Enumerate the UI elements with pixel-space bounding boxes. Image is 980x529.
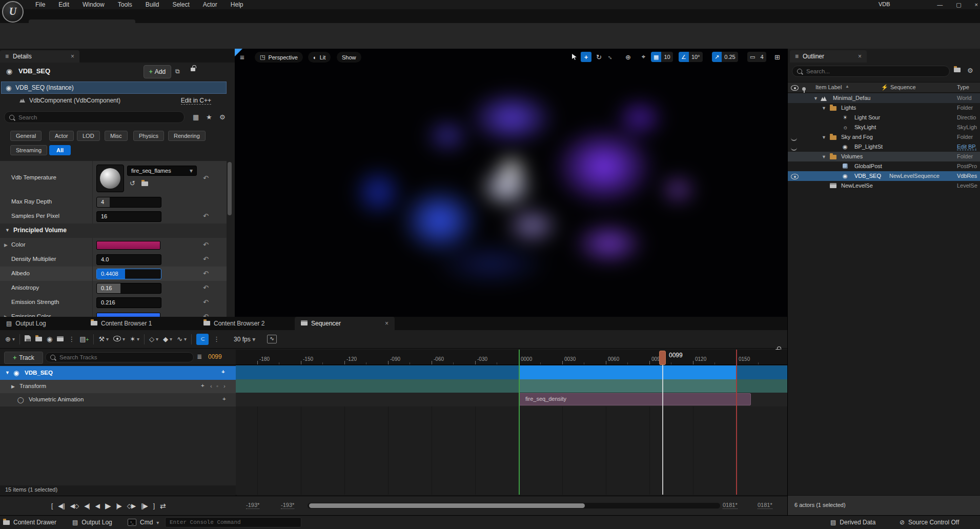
timeline-ruler[interactable]: -180 -150 -120 -090 -060 -030 0000 0030 …	[236, 350, 787, 365]
expand-icon[interactable]: ▶	[4, 242, 8, 248]
view-range-end[interactable]: 0181*	[758, 502, 772, 509]
track-row-volumetric-animation[interactable]: ◯ Volumetric Animation +	[0, 393, 236, 406]
track-row-vdb-seq[interactable]: ▼ ◉ VDB_SEQ +	[0, 366, 236, 380]
cmd-dropdown[interactable]: ›_ Cmd ▾	[128, 516, 159, 529]
blueprint-convert-icon[interactable]: ⧉	[175, 68, 180, 75]
reset-icon[interactable]: ↶	[203, 313, 209, 317]
close-icon[interactable]: ×	[385, 320, 389, 327]
asset-thumbnail[interactable]	[96, 165, 124, 192]
details-scrollbar[interactable]	[228, 162, 232, 215]
tab-content-browser-2[interactable]: Content Browser 2	[197, 317, 271, 330]
outliner-row-volumes[interactable]: ▼ Volumes Folder	[788, 152, 980, 161]
menu-edit[interactable]: Edit	[52, 1, 76, 8]
render-movie-icon[interactable]	[57, 335, 64, 343]
filter-lod[interactable]: LOD	[77, 131, 100, 141]
filter-misc[interactable]: Misc	[105, 131, 128, 141]
outliner-row-lightsource[interactable]: ☀ Light Sour Directio	[788, 113, 980, 123]
keyframe-options-icon[interactable]: ◇	[149, 335, 154, 343]
grid-snap-control[interactable]: ▦ 10	[651, 52, 673, 62]
filter-physics[interactable]: Physics	[133, 131, 164, 141]
edit-in-cpp-link[interactable]: Edit in C++	[181, 97, 211, 105]
minimize-button[interactable]: —	[937, 2, 943, 8]
albedo-slider[interactable]: 0.4408	[96, 269, 161, 279]
source-control-button[interactable]: ⊘ Source Control Off	[900, 516, 959, 529]
prev-key-icon[interactable]: ‹	[210, 383, 212, 389]
details-search-input[interactable]	[17, 114, 164, 121]
set-playback-end-button[interactable]: ]	[153, 502, 154, 510]
timeline-row-volumetric[interactable]: fire_seq_density	[236, 393, 787, 406]
use-selected-icon[interactable]: ↺	[130, 179, 135, 187]
eye-closed-icon[interactable]	[791, 146, 797, 152]
dots-icon[interactable]: ⋮	[68, 335, 75, 343]
scale-snap-control[interactable]: ↗ 0.25	[712, 52, 738, 62]
outliner-row-newlevelsequence[interactable]: NewLevelSe LevelSe	[788, 181, 980, 191]
tools-wrench-icon[interactable]: ⚒	[98, 335, 105, 343]
browse-to-asset-icon[interactable]	[141, 180, 148, 188]
reset-icon[interactable]: ↶	[203, 212, 209, 220]
tab-content-browser-1[interactable]: Content Browser 1	[85, 317, 158, 330]
loop-toggle-button[interactable]: ⇄	[160, 502, 166, 510]
settings-gear-icon[interactable]: ⚙	[219, 113, 226, 121]
next-key-button[interactable]: ◇▶	[127, 502, 135, 510]
track-search-input[interactable]	[58, 354, 178, 361]
timeline-scrollbar[interactable]	[308, 503, 720, 508]
next-frame-button[interactable]: |▶	[116, 502, 121, 510]
set-playback-start-button[interactable]: [	[51, 502, 52, 510]
playback-start-line[interactable]	[519, 350, 520, 495]
reset-icon[interactable]: ↶	[203, 270, 209, 277]
reset-icon[interactable]: ↶	[203, 284, 209, 292]
camera-speed-control[interactable]: ▭ 4	[747, 52, 766, 62]
curve-editor-icon[interactable]: ∿	[267, 335, 277, 343]
section-principled-volume[interactable]: ▼ Principled Volume	[0, 223, 227, 238]
eye-open-icon[interactable]	[791, 174, 799, 180]
current-frame-field[interactable]: 0099	[208, 353, 222, 360]
playback-end-line[interactable]	[736, 350, 737, 495]
outliner-row-sky-and-fog[interactable]: ▼ Sky and Fog Folder	[788, 132, 980, 142]
filter-icon[interactable]: ≣	[197, 353, 202, 360]
tab-outliner[interactable]: ≡ Outliner ×	[790, 50, 867, 63]
favorites-icon[interactable]: ★	[206, 113, 212, 121]
output-log-button[interactable]: ▤ Output Log	[72, 516, 112, 529]
reset-icon[interactable]: ↶	[203, 298, 209, 306]
samples-per-pixel-input[interactable]: 16	[96, 211, 161, 222]
jump-to-start-button[interactable]: ◀||	[58, 502, 64, 510]
column-item-label[interactable]: Item Label	[815, 84, 842, 90]
playback-options-icon[interactable]: ✶	[130, 335, 135, 343]
next-key-icon[interactable]: ›	[223, 383, 226, 389]
world-icon[interactable]: ⊕	[5, 335, 11, 343]
view-range-start[interactable]: -193*	[246, 502, 259, 509]
scale-tool[interactable]: ⇔	[603, 50, 618, 65]
curve-options-icon[interactable]: ∿	[177, 335, 182, 343]
asset-dropdown[interactable]: fire_seq_flames ▾	[127, 166, 197, 176]
outliner-settings-icon[interactable]: ⚙	[967, 67, 973, 74]
surface-snap-toggle[interactable]: ⌖	[638, 52, 649, 62]
play-reverse-button[interactable]: ◀	[95, 502, 99, 510]
close-button[interactable]: ×	[975, 2, 978, 8]
working-range-end[interactable]: 0181*	[723, 502, 738, 509]
timeline-row-transform[interactable]	[236, 379, 787, 393]
rotate-tool[interactable]: ↻	[594, 52, 604, 62]
browse-icon[interactable]	[35, 335, 42, 343]
tab-details[interactable]: ≡ Details ×	[0, 50, 79, 63]
menu-actor[interactable]: Actor	[196, 1, 224, 8]
console-command-input[interactable]: Enter Console Command	[165, 517, 301, 527]
outliner-row-lights[interactable]: ▼ Lights Folder	[788, 103, 980, 113]
timeline-row-vdb-seq[interactable]	[236, 365, 787, 379]
working-range-start[interactable]: -193*	[281, 502, 294, 509]
tab-sequencer[interactable]: Sequencer ×	[295, 317, 395, 330]
edit-bp-link[interactable]: Edit BP.	[957, 144, 976, 150]
reset-icon[interactable]: ↶	[203, 255, 209, 263]
section-fire-seq-density[interactable]: fire_seq_density	[519, 393, 751, 405]
details-search[interactable]	[4, 111, 185, 123]
column-type[interactable]: Type	[957, 84, 969, 90]
eye-closed-icon[interactable]	[791, 136, 797, 142]
component-row-vdbcomponent[interactable]: VdbComponent (VdbComponent) Edit in C++	[1, 94, 227, 107]
playhead-marker[interactable]	[659, 351, 666, 365]
outliner-search-input[interactable]	[805, 68, 933, 75]
camera-icon[interactable]: ◉	[47, 335, 52, 343]
new-folder-icon[interactable]	[954, 67, 961, 74]
perspective-dropdown[interactable]: ◳ Perspective	[255, 52, 303, 63]
add-keyframe-icon[interactable]: ◦	[216, 383, 218, 389]
filter-streaming[interactable]: Streaming	[10, 145, 47, 155]
component-row-instance[interactable]: ◉ VDB_SEQ (Instance)	[1, 82, 227, 94]
